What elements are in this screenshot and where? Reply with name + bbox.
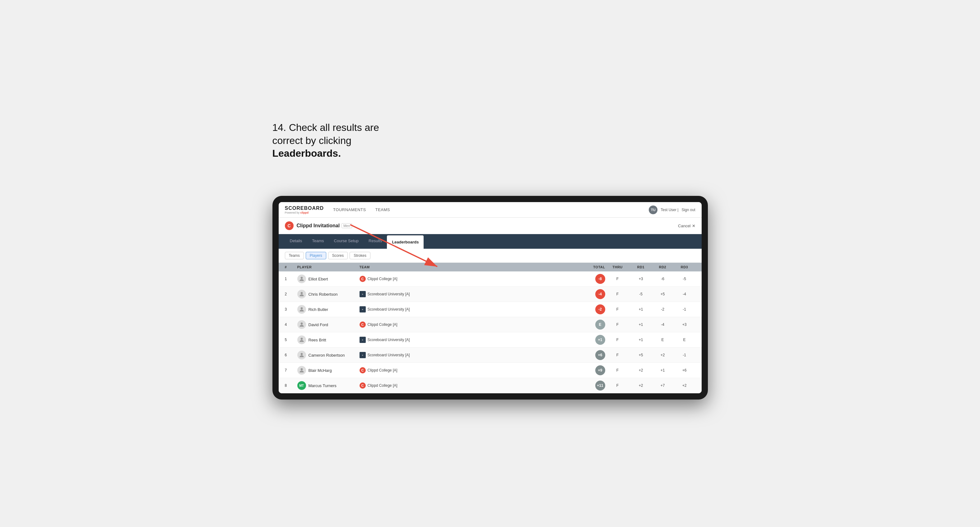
rd2-cell: +1 xyxy=(652,368,674,373)
team-icon-scoreboard: ≡ xyxy=(360,306,366,313)
filter-scores[interactable]: Scores xyxy=(328,252,348,259)
nav-teams[interactable]: TEAMS xyxy=(375,202,390,217)
team-name: Scoreboard University [A] xyxy=(368,307,410,311)
filter-teams[interactable]: Teams xyxy=(285,252,304,259)
player-avatar xyxy=(298,366,306,375)
player-rank: 7 xyxy=(285,368,298,373)
filter-players[interactable]: Players xyxy=(306,252,326,259)
svg-point-3 xyxy=(301,292,302,294)
total-cell: +1 xyxy=(574,335,605,345)
page-wrapper: 14. Check all results are correct by cli… xyxy=(272,127,708,400)
player-name: Cameron Robertson xyxy=(309,353,345,357)
tab-leaderboards[interactable]: Leaderboards xyxy=(387,235,423,249)
rd1-cell: +2 xyxy=(630,383,652,388)
team-cell: ≡ Scoreboard University [A] xyxy=(360,337,574,343)
team-name: Scoreboard University [A] xyxy=(368,353,410,357)
team-cell: C Clippd College [A] xyxy=(360,276,574,282)
thru-cell: F xyxy=(605,338,630,342)
instruction-block: 14. Check all results are correct by cli… xyxy=(272,121,397,160)
thru-cell: F xyxy=(605,307,630,311)
filter-bar: Teams Players Scores Strokes xyxy=(278,249,702,263)
user-label: Test User | xyxy=(660,208,678,212)
logo-area: SCOREBOARD Powered by clippd xyxy=(285,205,324,214)
team-icon-clippd: C xyxy=(360,276,366,282)
table-row: 2 Chris Robertson ≡ Scoreboard Universit… xyxy=(278,287,702,302)
rd3-cell: +2 xyxy=(674,383,695,388)
svg-point-8 xyxy=(301,368,302,370)
table-row: 3 Rich Butler ≡ Scoreboard University [A… xyxy=(278,302,702,317)
player-name-cell: Rich Butler xyxy=(298,305,360,314)
table-row: 4 David Ford C Clippd College [A] E F +1… xyxy=(278,317,702,332)
player-avatar xyxy=(298,275,306,283)
total-cell: +6 xyxy=(574,350,605,360)
score-badge: -2 xyxy=(595,305,605,314)
main-nav: TOURNAMENTS TEAMS xyxy=(333,202,390,217)
rd3-cell: +6 xyxy=(674,368,695,373)
team-icon-clippd: C xyxy=(360,383,366,389)
player-name: Rich Butler xyxy=(309,307,328,312)
team-icon-clippd: C xyxy=(360,367,366,373)
rd1-cell: -5 xyxy=(630,292,652,296)
player-name: Rees Britt xyxy=(309,338,326,342)
col-rank: # xyxy=(285,265,298,269)
player-name-cell: David Ford xyxy=(298,320,360,329)
tablet-screen: SCOREBOARD Powered by clippd TOURNAMENTS… xyxy=(278,202,702,393)
player-name: Chris Robertson xyxy=(309,292,338,297)
col-thru: THRU xyxy=(605,265,630,269)
team-icon-clippd: C xyxy=(360,322,366,328)
team-name: Clippd College [A] xyxy=(368,368,398,373)
svg-point-4 xyxy=(301,307,302,310)
player-avatar xyxy=(298,320,306,329)
table-row: 1 Elliot Ebert C Clippd College [A] -8 F… xyxy=(278,271,702,287)
svg-point-6 xyxy=(301,338,302,340)
team-icon-scoreboard: ≡ xyxy=(360,352,366,358)
tablet-frame: SCOREBOARD Powered by clippd TOURNAMENTS… xyxy=(272,196,708,400)
team-cell: ≡ Scoreboard University [A] xyxy=(360,352,574,358)
score-badge: +9 xyxy=(595,365,605,375)
player-rank: 3 xyxy=(285,307,298,311)
rd2-cell: -6 xyxy=(652,277,674,281)
nav-tournaments[interactable]: TOURNAMENTS xyxy=(333,202,366,217)
thru-cell: F xyxy=(605,353,630,357)
rd3-cell: -1 xyxy=(674,307,695,311)
player-name-cell: Blair McHarg xyxy=(298,366,360,375)
col-rd1: RD1 xyxy=(630,265,652,269)
team-cell: C Clippd College [A] xyxy=(360,383,574,389)
rd2-cell: +7 xyxy=(652,383,674,388)
col-rd3: RD3 xyxy=(674,265,695,269)
team-name: Clippd College [A] xyxy=(368,277,398,281)
player-rank: 1 xyxy=(285,277,298,281)
thru-cell: F xyxy=(605,383,630,388)
logo-sub: Powered by clippd xyxy=(285,211,324,214)
sign-out-link[interactable]: Sign out xyxy=(681,208,695,212)
rd1-cell: +2 xyxy=(630,368,652,373)
tab-results[interactable]: Results xyxy=(364,234,387,249)
filter-strokes[interactable]: Strokes xyxy=(350,252,371,259)
tab-course-setup[interactable]: Course Setup xyxy=(329,234,364,249)
instruction-step: 14. xyxy=(272,122,286,133)
tournament-icon: C xyxy=(285,221,294,230)
rd1-cell: +5 xyxy=(630,353,652,357)
col-player: PLAYER xyxy=(298,265,360,269)
thru-cell: F xyxy=(605,292,630,296)
user-avatar: TU xyxy=(649,205,657,214)
score-badge: -4 xyxy=(595,289,605,299)
team-cell: ≡ Scoreboard University [A] xyxy=(360,306,574,313)
svg-point-2 xyxy=(301,277,302,279)
leaderboard-table: 1 Elliot Ebert C Clippd College [A] -8 F… xyxy=(278,271,702,393)
score-badge: E xyxy=(595,320,605,330)
header-right: TU Test User | Sign out xyxy=(649,205,695,214)
player-rank: 4 xyxy=(285,322,298,327)
cancel-button[interactable]: Cancel ✕ xyxy=(678,224,695,228)
score-badge: +1 xyxy=(595,335,605,345)
team-name: Scoreboard University [A] xyxy=(368,292,410,296)
player-name: David Ford xyxy=(309,322,328,327)
tab-details[interactable]: Details xyxy=(285,234,307,249)
player-avatar xyxy=(298,351,306,359)
player-name: Blair McHarg xyxy=(309,368,332,373)
table-header: # PLAYER TEAM TOTAL THRU RD1 RD2 RD3 xyxy=(278,263,702,271)
team-cell: C Clippd College [A] xyxy=(360,322,574,328)
table-row: 7 Blair McHarg C Clippd College [A] +9 F… xyxy=(278,363,702,378)
tournament-header: C Clippd Invitational Men Cancel ✕ xyxy=(278,217,702,234)
tab-teams[interactable]: Teams xyxy=(307,234,329,249)
